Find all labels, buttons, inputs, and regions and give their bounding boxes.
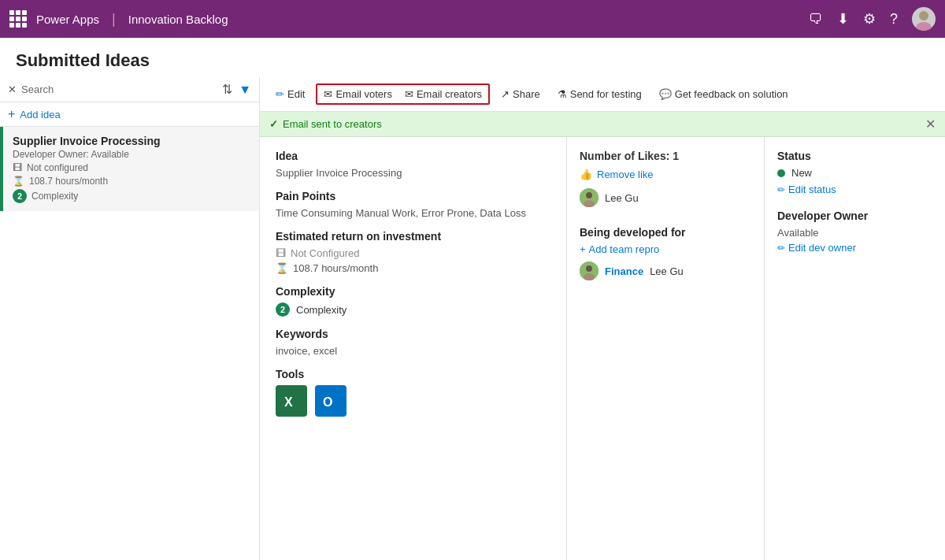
download-icon[interactable]: ⬇ bbox=[837, 10, 849, 28]
add-idea-icon: + bbox=[8, 107, 15, 121]
idea-value: Supplier Invoice Processing bbox=[276, 167, 550, 179]
svg-point-10 bbox=[586, 265, 592, 272]
detail-main: Idea Supplier Invoice Processing Pain Po… bbox=[260, 137, 567, 560]
edit-button[interactable]: ✏ Edit bbox=[269, 85, 311, 103]
sidebar-toolbar: ✕ Search ⇅ ▼ bbox=[0, 77, 259, 102]
remove-like-button[interactable]: 👍 Remove like bbox=[580, 169, 751, 180]
check-icon: ✓ bbox=[269, 118, 278, 130]
user-avatar[interactable] bbox=[912, 7, 936, 31]
share-button[interactable]: ↗ Share bbox=[495, 85, 547, 103]
svg-point-7 bbox=[586, 192, 592, 198]
idea-label: Idea bbox=[276, 150, 550, 162]
team-row: Finance Lee Gu bbox=[580, 261, 751, 280]
page-title: Submitted Ideas bbox=[0, 38, 945, 77]
roi-hours-icon: ⌛ bbox=[276, 262, 288, 274]
roi-label: Estimated return on investment bbox=[276, 230, 550, 243]
excel-tool-icon: X bbox=[276, 385, 307, 417]
edit-label: Edit bbox=[287, 88, 305, 100]
flask-icon: ⚗ bbox=[558, 88, 567, 100]
complexity-label: Complexity bbox=[276, 285, 550, 298]
email-creators-button[interactable]: ✉ Email creators bbox=[398, 85, 488, 103]
add-idea-button[interactable]: + Add idea bbox=[0, 102, 259, 127]
status-value: New bbox=[791, 167, 812, 179]
complexity-label: Complexity bbox=[32, 191, 78, 202]
feedback-icon[interactable]: 🗨 bbox=[809, 11, 823, 28]
waffle-menu[interactable] bbox=[9, 10, 27, 28]
list-item[interactable]: Supplier Invoice Processing Developer Ow… bbox=[0, 127, 259, 211]
notification-close-button[interactable]: ✕ bbox=[925, 117, 936, 132]
edit-status-pencil-icon: ✏ bbox=[777, 184, 785, 195]
complexity-section: 2 Complexity bbox=[276, 302, 550, 317]
keywords-label: Keywords bbox=[276, 328, 550, 340]
email-creators-label: Email creators bbox=[417, 88, 482, 100]
share-label: Share bbox=[513, 88, 540, 100]
email-voters-button[interactable]: ✉ Email voters bbox=[317, 85, 398, 103]
search-label: Search bbox=[21, 83, 54, 95]
sidebar: ✕ Search ⇅ ▼ + Add idea Supplier Invoice… bbox=[0, 77, 260, 560]
detail-toolbar: ✏ Edit ✉ Email voters ✉ Email creators ↗… bbox=[260, 77, 945, 112]
edit-dev-owner-button[interactable]: ✏ Edit dev owner bbox=[777, 242, 932, 254]
complexity-text: Complexity bbox=[296, 304, 346, 316]
share-icon: ↗ bbox=[501, 88, 510, 100]
send-for-testing-button[interactable]: ⚗ Send for testing bbox=[551, 85, 648, 103]
help-icon[interactable]: ? bbox=[890, 11, 898, 28]
complexity-value-badge: 2 bbox=[276, 302, 290, 317]
settings-icon[interactable]: ⚙ bbox=[863, 10, 876, 28]
notification-message: Email sent to creators bbox=[283, 118, 382, 130]
add-idea-label: Add idea bbox=[20, 109, 60, 121]
add-team-button[interactable]: + Add team repro bbox=[580, 243, 751, 255]
roi-not-configured-row: 🎞 Not Configured bbox=[276, 247, 550, 259]
page: Submitted Ideas ✕ Search ⇅ ▼ + Add idea bbox=[0, 38, 945, 560]
filter-icon[interactable]: ▼ bbox=[239, 83, 251, 97]
app-name: Power Apps bbox=[36, 13, 99, 26]
roi-config-icon: 🎞 bbox=[276, 247, 286, 259]
liker-row: Lee Gu bbox=[580, 188, 751, 207]
item-complexity-row: 2 Complexity bbox=[13, 189, 250, 203]
get-feedback-button[interactable]: 💬 Get feedback on solution bbox=[653, 85, 795, 103]
pain-points-label: Pain Points bbox=[276, 190, 550, 202]
detail-right: Status New ✏ Edit status Developer Owner… bbox=[764, 137, 945, 560]
detail-side: Number of Likes: 1 👍 Remove like Lee Gu … bbox=[567, 137, 764, 560]
add-team-label: Add team repro bbox=[589, 243, 660, 255]
being-developed-label: Being developed for bbox=[580, 226, 751, 239]
status-dot-icon bbox=[777, 169, 785, 177]
team-person: Lee Gu bbox=[650, 265, 684, 277]
sort-filter-group: ⇅ ▼ bbox=[222, 82, 251, 97]
roi-hours: 108.7 hours/month bbox=[293, 262, 378, 274]
svg-point-1 bbox=[916, 22, 932, 31]
item-dev-owner: Developer Owner: Available bbox=[13, 149, 250, 160]
team-name: Finance bbox=[605, 265, 643, 277]
notification-bar: ✓ Email sent to creators ✕ bbox=[260, 112, 945, 137]
roi-not-configured: Not Configured bbox=[291, 247, 359, 259]
team-avatar bbox=[580, 261, 598, 280]
page-name: Innovation Backlog bbox=[128, 13, 228, 26]
topbar-icons: 🗨 ⬇ ⚙ ? bbox=[809, 7, 936, 31]
notification-content: ✓ Email sent to creators bbox=[269, 118, 382, 130]
svg-point-0 bbox=[919, 11, 928, 20]
sidebar-list: Supplier Invoice Processing Developer Ow… bbox=[0, 127, 259, 560]
main-layout: ✕ Search ⇅ ▼ + Add idea Supplier Invoice… bbox=[0, 77, 945, 560]
liker-avatar bbox=[580, 188, 598, 207]
sort-icon[interactable]: ⇅ bbox=[222, 82, 232, 97]
edit-pencil-icon: ✏ bbox=[276, 88, 284, 100]
pain-points-value: Time Consuming Manual Work, Error Prone,… bbox=[276, 207, 550, 219]
item-roi-row: 🎞 Not configured bbox=[13, 162, 250, 173]
email-voters-icon: ✉ bbox=[324, 88, 332, 100]
liker-name: Lee Gu bbox=[605, 192, 639, 204]
complexity-badge: 2 bbox=[13, 189, 27, 203]
item-hours: 108.7 hours/month bbox=[29, 176, 108, 187]
search-button[interactable]: ✕ Search bbox=[8, 83, 216, 95]
roi-icon: 🎞 bbox=[13, 162, 22, 173]
item-hours-row: ⌛ 108.7 hours/month bbox=[13, 176, 250, 187]
status-value-row: New bbox=[777, 167, 932, 179]
dev-owner-value: Available bbox=[777, 227, 932, 239]
remove-like-label: Remove like bbox=[597, 169, 654, 180]
status-label: Status bbox=[777, 150, 932, 162]
edit-status-button[interactable]: ✏ Edit status bbox=[777, 184, 932, 195]
hours-icon: ⌛ bbox=[13, 176, 24, 187]
item-title: Supplier Invoice Processing bbox=[13, 135, 250, 147]
detail-pane: ✏ Edit ✉ Email voters ✉ Email creators ↗… bbox=[260, 77, 945, 560]
outlook-tool-icon: O bbox=[315, 385, 346, 417]
roi-hours-row: ⌛ 108.7 hours/month bbox=[276, 262, 550, 274]
likes-header: Number of Likes: 1 bbox=[580, 150, 751, 162]
